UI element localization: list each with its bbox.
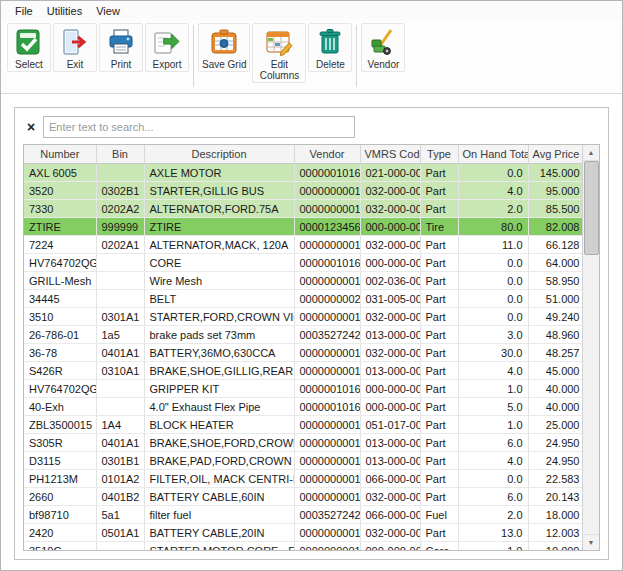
table-row[interactable]: 34445BELT0000000002031-005-000Part0.051.…: [24, 290, 585, 308]
cell[interactable]: ALTERNATOR,MACK, 120A: [144, 236, 294, 254]
cell[interactable]: 51.000: [528, 290, 585, 308]
cell[interactable]: Part: [420, 362, 458, 380]
cell[interactable]: Part: [420, 434, 458, 452]
cell[interactable]: [96, 542, 144, 552]
menu-utilities[interactable]: Utilities: [40, 3, 89, 19]
cell[interactable]: 34445: [24, 290, 96, 308]
cell[interactable]: 032-000-000: [360, 182, 420, 200]
cell[interactable]: 45.000: [528, 362, 585, 380]
table-row[interactable]: GRILL-MeshWire Mesh0000000001002-036-000…: [24, 272, 585, 290]
cell[interactable]: 0.0: [458, 254, 528, 272]
cell[interactable]: 0000000001: [294, 182, 360, 200]
cell[interactable]: 0401A1: [96, 434, 144, 452]
cell[interactable]: 95.000: [528, 182, 585, 200]
cell[interactable]: HV764702QG: [24, 380, 96, 398]
save-grid-button[interactable]: Save Grid: [198, 23, 250, 72]
cell[interactable]: 26-786-01: [24, 326, 96, 344]
cell[interactable]: 0401B2: [96, 488, 144, 506]
select-button[interactable]: Select: [7, 23, 51, 72]
table-row[interactable]: bf987105a1filter fuel0003527242066-000-0…: [24, 506, 585, 524]
cell[interactable]: 0.0: [458, 272, 528, 290]
cell[interactable]: 0202A1: [96, 236, 144, 254]
cell[interactable]: 0.0: [458, 308, 528, 326]
cell[interactable]: 013-000-000: [360, 434, 420, 452]
cell[interactable]: 4.0: [458, 182, 528, 200]
table-row[interactable]: 73300202A2ALTERNATOR,FORD.75A00000000010…: [24, 200, 585, 218]
cell[interactable]: Tire: [420, 218, 458, 236]
cell[interactable]: 5a1: [96, 506, 144, 524]
column-header-type[interactable]: Type: [420, 145, 458, 164]
cell[interactable]: ZBL3500015: [24, 416, 96, 434]
cell[interactable]: 032-000-000: [360, 236, 420, 254]
cell[interactable]: 0310A1: [96, 362, 144, 380]
cell[interactable]: 1A4: [96, 416, 144, 434]
cell[interactable]: [96, 398, 144, 416]
cell[interactable]: 0000000001: [294, 452, 360, 470]
cell[interactable]: 031-005-000: [360, 290, 420, 308]
cell[interactable]: 000-000-000: [360, 218, 420, 236]
cell[interactable]: Part: [420, 272, 458, 290]
cell[interactable]: 20.143: [528, 488, 585, 506]
cell[interactable]: 0000000001: [294, 308, 360, 326]
cell[interactable]: Part: [420, 488, 458, 506]
cell[interactable]: 032-000-000: [360, 308, 420, 326]
cell[interactable]: 80.0: [458, 218, 528, 236]
table-row[interactable]: 35100301A1STARTER,FORD,CROWN VIC00000000…: [24, 308, 585, 326]
export-button[interactable]: Export: [145, 23, 189, 72]
cell[interactable]: Part: [420, 326, 458, 344]
table-row[interactable]: 72240202A1ALTERNATOR,MACK, 120A000000000…: [24, 236, 585, 254]
table-row[interactable]: S305R0401A1BRAKE,SHOE,FORD,CROWN VIC0000…: [24, 434, 585, 452]
cell[interactable]: 0000123456: [294, 218, 360, 236]
cell[interactable]: AXLE MOTOR: [144, 164, 294, 182]
cell[interactable]: 6.0: [458, 488, 528, 506]
cell[interactable]: BATTERY CABLE,60IN: [144, 488, 294, 506]
cell[interactable]: Part: [420, 200, 458, 218]
cell[interactable]: 0000000001: [294, 200, 360, 218]
cell[interactable]: 40.000: [528, 398, 585, 416]
cell[interactable]: [96, 254, 144, 272]
cell[interactable]: ALTERNATOR,FORD.75A: [144, 200, 294, 218]
cell[interactable]: 36-78: [24, 344, 96, 362]
cell[interactable]: 3510: [24, 308, 96, 326]
cell[interactable]: 24.950: [528, 452, 585, 470]
cell[interactable]: 0501A1: [96, 524, 144, 542]
cell[interactable]: BELT: [144, 290, 294, 308]
delete-button[interactable]: Delete: [308, 23, 352, 72]
cell[interactable]: 12.003: [528, 524, 585, 542]
cell[interactable]: 4.0" Exhaust Flex Pipe: [144, 398, 294, 416]
cell[interactable]: GRILL-Mesh: [24, 272, 96, 290]
cell[interactable]: 032-000-000: [360, 524, 420, 542]
cell[interactable]: 24.950: [528, 434, 585, 452]
cell[interactable]: 0000001016: [294, 254, 360, 272]
cell[interactable]: bf98710: [24, 506, 96, 524]
cell[interactable]: 13.0: [458, 524, 528, 542]
cell[interactable]: 22.583: [528, 470, 585, 488]
cell[interactable]: 30.0: [458, 344, 528, 362]
cell[interactable]: 0.0: [458, 470, 528, 488]
cell[interactable]: 0000000001: [294, 470, 360, 488]
cell[interactable]: 999999: [96, 218, 144, 236]
cell[interactable]: 0000000001: [294, 344, 360, 362]
cell[interactable]: 64.000: [528, 254, 585, 272]
cell[interactable]: 58.950: [528, 272, 585, 290]
cell[interactable]: Part: [420, 254, 458, 272]
cell[interactable]: 0000000001: [294, 362, 360, 380]
cell[interactable]: [96, 272, 144, 290]
cell[interactable]: 48.257: [528, 344, 585, 362]
cell[interactable]: BRAKE,SHOE,GILLIG,REAR: [144, 362, 294, 380]
vertical-scrollbar[interactable]: ▲ ▼: [582, 145, 599, 550]
cell[interactable]: 2420: [24, 524, 96, 542]
cell[interactable]: PH1213M: [24, 470, 96, 488]
cell[interactable]: 032-000-000: [360, 488, 420, 506]
column-header-on-hand-total[interactable]: On Hand Total: [458, 145, 528, 164]
cell[interactable]: 0003527242: [294, 506, 360, 524]
table-row[interactable]: 26600401B2BATTERY CABLE,60IN000000000103…: [24, 488, 585, 506]
cell[interactable]: Part: [420, 164, 458, 182]
exit-button[interactable]: Exit: [53, 23, 97, 72]
table-row[interactable]: 3510CSTARTER MOTOR CORE - FORD0000000001…: [24, 542, 585, 552]
cell[interactable]: FILTER,OIL, MACK CENTRI-MAX: [144, 470, 294, 488]
cell[interactable]: 0000000001: [294, 236, 360, 254]
cell[interactable]: HV764702QGC: [24, 254, 96, 272]
cell[interactable]: 25.000: [528, 416, 585, 434]
cell[interactable]: 0.0: [458, 164, 528, 182]
